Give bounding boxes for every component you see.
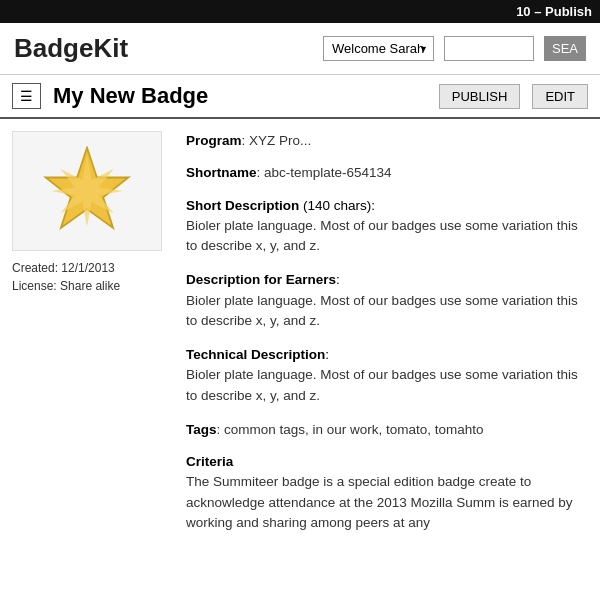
top-bar-text: 10 – Publish [516, 4, 592, 19]
badge-star-icon [42, 146, 132, 236]
search-input[interactable] [444, 36, 534, 61]
edit-button[interactable]: EDIT [532, 84, 588, 109]
technical-block: Technical Description: Bioler plate lang… [186, 345, 588, 406]
svg-marker-1 [51, 155, 123, 227]
sub-header: ☰ My New Badge PUBLISH EDIT [0, 75, 600, 119]
earners-colon: : [336, 272, 340, 287]
left-column: Created: 12/1/2013 License: Share alike [12, 131, 172, 547]
earners-title: Description for Earners [186, 272, 336, 287]
tags-value: : common tags, in our work, tomato, toma… [217, 422, 484, 437]
created-label: Created: 12/1/2013 [12, 261, 172, 275]
program-row: Program: XYZ Pro... [186, 131, 588, 151]
header: BadgeKit Welcome Sarah SEA [0, 23, 600, 75]
top-bar: 10 – Publish [0, 0, 600, 23]
publish-button[interactable]: PUBLISH [439, 84, 521, 109]
hamburger-button[interactable]: ☰ [12, 83, 41, 109]
program-value: : XYZ Pro... [242, 133, 312, 148]
short-desc-block: Short Description (140 chars): Bioler pl… [186, 196, 588, 257]
welcome-select[interactable]: Welcome Sarah [323, 36, 434, 61]
earners-text: Bioler plate language. Most of our badge… [186, 291, 588, 332]
hamburger-icon: ☰ [20, 88, 33, 104]
tags-row: Tags: common tags, in our work, tomato, … [186, 420, 588, 440]
license-label: License: Share alike [12, 279, 172, 293]
technical-title: Technical Description [186, 347, 325, 362]
search-button[interactable]: SEA [544, 36, 586, 61]
technical-title-line: Technical Description: [186, 345, 588, 365]
shortname-row: Shortname: abc-template-654134 [186, 163, 588, 183]
technical-colon: : [325, 347, 329, 362]
badge-image [12, 131, 162, 251]
shortname-label: Shortname [186, 165, 257, 180]
criteria-title: Criteria [186, 452, 588, 472]
criteria-block: Criteria The Summiteer badge is a specia… [186, 452, 588, 533]
short-desc-title-line: Short Description (140 chars): [186, 196, 588, 216]
right-column: Program: XYZ Pro... Shortname: abc-templ… [186, 131, 588, 547]
app-title: BadgeKit [14, 33, 313, 64]
technical-text: Bioler plate language. Most of our badge… [186, 365, 588, 406]
program-label: Program [186, 133, 242, 148]
welcome-wrapper[interactable]: Welcome Sarah [323, 36, 434, 61]
criteria-text: The Summiteer badge is a special edition… [186, 472, 588, 533]
short-desc-title: Short Description [186, 198, 299, 213]
shortname-value: : abc-template-654134 [257, 165, 392, 180]
short-desc-text: Bioler plate language. Most of our badge… [186, 216, 588, 257]
earners-block: Description for Earners: Bioler plate la… [186, 270, 588, 331]
short-desc-chars: (140 chars): [303, 198, 375, 213]
page-title: My New Badge [53, 83, 427, 109]
earners-title-line: Description for Earners: [186, 270, 588, 290]
publish-cursor-area: PUBLISH [439, 84, 521, 109]
tags-label: Tags [186, 422, 217, 437]
content-area: Created: 12/1/2013 License: Share alike … [0, 119, 600, 559]
